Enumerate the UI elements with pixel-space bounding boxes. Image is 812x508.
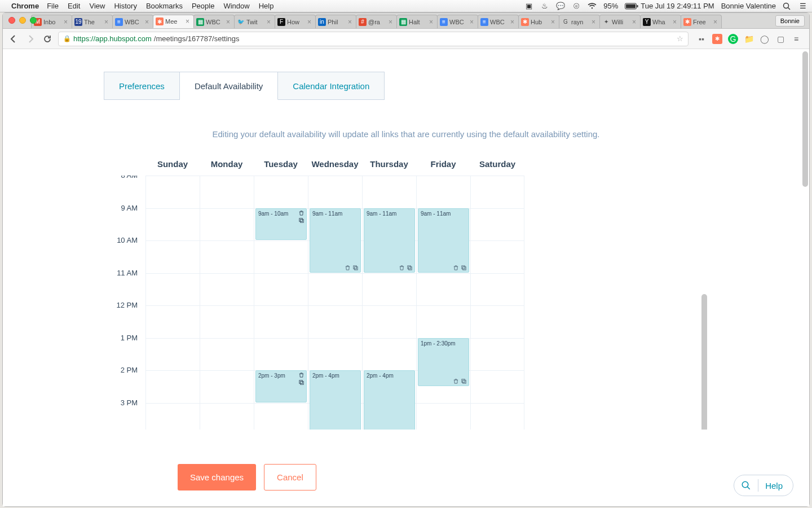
menu-view[interactable]: View <box>89 2 105 10</box>
tray-wifi-icon[interactable] <box>588 3 597 10</box>
save-changes-button[interactable]: Save changes <box>178 464 256 491</box>
address-bar[interactable]: 🔒 https://app.hubspot.com/meetings/16778… <box>58 32 689 46</box>
browser-tab[interactable]: ▦WBC× <box>193 15 235 28</box>
chrome-menu-button[interactable]: ≡ <box>791 34 801 44</box>
calendar-grid[interactable]: 8 AM9 AM10 AM11 AM12 PM1 PM2 PM3 PM 9am … <box>104 176 708 430</box>
help-button[interactable]: Help <box>734 475 793 496</box>
availability-slot[interactable]: 9am - 11am <box>418 208 469 273</box>
browser-tab[interactable]: ✱Free× <box>681 15 722 28</box>
browser-tab[interactable]: ≡WBC× <box>112 15 153 28</box>
availability-slot[interactable]: 2pm - 4pm <box>364 370 415 430</box>
menu-window[interactable]: Window <box>223 2 249 10</box>
tray-shield-icon[interactable]: ⦾ <box>572 2 581 11</box>
tray-flame-icon[interactable]: ♨ <box>540 2 549 10</box>
delete-icon[interactable] <box>345 265 351 271</box>
tray-clock[interactable]: Tue Jul 19 2:49:11 PM <box>641 2 714 10</box>
copy-icon[interactable] <box>461 265 467 271</box>
browser-tab[interactable]: FHow× <box>275 15 316 28</box>
tray-spotlight-icon[interactable] <box>783 2 792 10</box>
tab-close-icon[interactable]: × <box>389 18 394 26</box>
availability-slot[interactable]: 2pm - 4pm <box>310 370 361 430</box>
browser-tab[interactable]: ≡WBC× <box>437 15 478 28</box>
tray-battery-icon[interactable] <box>625 3 634 10</box>
bookmark-star-icon[interactable]: ☆ <box>677 34 683 43</box>
site-info-lock-icon[interactable]: 🔒 <box>63 35 71 42</box>
menu-people[interactable]: People <box>192 2 214 10</box>
forward-button[interactable] <box>24 33 37 45</box>
window-minimize-button[interactable] <box>19 17 26 24</box>
day-column[interactable] <box>470 176 524 430</box>
window-close-button[interactable] <box>8 17 15 24</box>
availability-slot[interactable]: 2pm - 3pm <box>255 370 307 402</box>
menu-help[interactable]: Help <box>259 2 274 10</box>
settings-tab[interactable]: Default Availability <box>180 72 278 100</box>
settings-tab[interactable]: Preferences <box>104 72 180 100</box>
day-column[interactable] <box>145 176 200 430</box>
copy-icon[interactable] <box>461 378 467 384</box>
tab-close-icon[interactable]: × <box>226 18 232 26</box>
copy-icon[interactable] <box>298 379 304 386</box>
chrome-profile-button[interactable]: Bonnie <box>775 15 805 27</box>
tab-close-icon[interactable]: × <box>348 18 354 26</box>
delete-icon[interactable] <box>298 372 304 378</box>
browser-tab[interactable]: YWha× <box>640 15 681 28</box>
cancel-button[interactable]: Cancel <box>264 464 316 491</box>
tab-close-icon[interactable]: × <box>510 18 516 26</box>
delete-icon[interactable] <box>453 265 459 271</box>
extension-icon[interactable]: ◯ <box>760 34 770 44</box>
availability-slot[interactable]: 1pm - 2:30pm <box>418 338 469 386</box>
browser-tab[interactable]: 19The× <box>72 15 113 28</box>
availability-slot[interactable]: 9am - 11am <box>310 208 361 273</box>
day-column[interactable] <box>200 176 254 430</box>
day-column[interactable]: 9am - 10am2pm - 3pm <box>254 176 308 430</box>
extension-icon[interactable]: 📁 <box>744 34 754 44</box>
tab-close-icon[interactable]: × <box>186 17 191 25</box>
tab-close-icon[interactable]: × <box>551 18 557 26</box>
calendar-scrollbar-track[interactable] <box>699 294 708 430</box>
extension-cast-icon[interactable]: ▢ <box>775 34 785 44</box>
browser-tab[interactable]: Grayn× <box>559 15 600 28</box>
copy-icon[interactable] <box>298 217 304 224</box>
day-column[interactable]: 9am - 11am2pm - 4pm <box>362 176 416 430</box>
tray-notification-icon[interactable]: ☰ <box>798 2 807 10</box>
delete-icon[interactable] <box>453 378 459 384</box>
tray-airplay-icon[interactable]: ▣ <box>524 2 533 10</box>
calendar-scrollbar-thumb[interactable] <box>701 294 707 430</box>
copy-icon[interactable] <box>352 265 359 271</box>
availability-slot[interactable]: 9am - 11am <box>364 208 415 273</box>
tab-close-icon[interactable]: × <box>429 18 435 26</box>
reload-button[interactable] <box>41 33 54 45</box>
tab-close-icon[interactable]: × <box>307 18 313 26</box>
extension-icon[interactable]: G <box>728 34 738 44</box>
menu-bookmarks[interactable]: Bookmarks <box>146 2 183 10</box>
extension-icon[interactable]: ✱ <box>712 34 722 44</box>
tab-close-icon[interactable]: × <box>713 18 719 26</box>
tab-close-icon[interactable]: × <box>145 18 151 26</box>
browser-tab[interactable]: ▦Halt× <box>396 15 438 28</box>
menu-history[interactable]: History <box>114 2 136 10</box>
back-button[interactable] <box>7 33 20 45</box>
menu-edit[interactable]: Edit <box>68 2 80 10</box>
browser-tab[interactable]: inPhil× <box>315 15 356 28</box>
browser-tab[interactable]: ✱Hub× <box>518 15 559 28</box>
tab-close-icon[interactable]: × <box>673 18 678 26</box>
extension-icon[interactable]: ▪▪ <box>696 34 707 44</box>
settings-tab[interactable]: Calendar Integration <box>278 72 385 100</box>
delete-icon[interactable] <box>298 210 304 216</box>
browser-tab[interactable]: MInbo× <box>31 15 72 28</box>
availability-slot[interactable]: 9am - 10am <box>255 208 307 240</box>
tray-username[interactable]: Bonnie Valentine <box>721 2 776 10</box>
browser-tab[interactable]: ≡WBC× <box>478 15 519 28</box>
tray-chat-icon[interactable]: 💬 <box>556 2 565 10</box>
tab-close-icon[interactable]: × <box>592 18 597 26</box>
browser-tab[interactable]: ✦Willi× <box>599 15 641 28</box>
day-column[interactable]: 9am - 11am1pm - 2:30pm <box>416 176 470 430</box>
tab-close-icon[interactable]: × <box>267 18 272 26</box>
tab-close-icon[interactable]: × <box>470 18 475 26</box>
tab-close-icon[interactable]: × <box>64 18 69 26</box>
browser-tab[interactable]: #@ra× <box>356 15 397 28</box>
menu-file[interactable]: File <box>47 2 59 10</box>
copy-icon[interactable] <box>407 265 413 271</box>
browser-tab[interactable]: 🐦Twit× <box>234 15 275 28</box>
menubar-app-name[interactable]: Chrome <box>11 2 39 10</box>
